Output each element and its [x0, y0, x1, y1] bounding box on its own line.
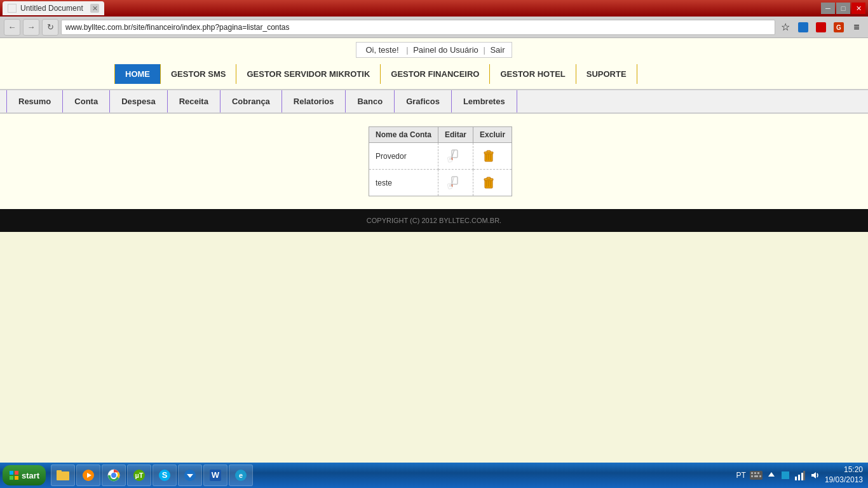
subnav-lembretes[interactable]: Lembretes [452, 90, 517, 112]
back-button[interactable]: ← [4, 19, 20, 36]
clock-date: 19/03/2013 [825, 475, 863, 485]
subnav-despesa[interactable]: Despesa [110, 90, 167, 112]
table-row: teste [369, 170, 512, 196]
forward-button[interactable]: → [23, 19, 39, 36]
taskbar-app-skype[interactable]: S [153, 464, 177, 486]
nav-gestor-sms[interactable]: GESTOR SMS [161, 64, 236, 84]
tab-close-button[interactable]: ✕ [90, 4, 99, 13]
svg-marker-65 [811, 472, 816, 478]
delete-cell-provedor [473, 143, 512, 170]
footer: COPYRIGHT (C) 2012 BYLLTEC.COM.BR. [0, 209, 868, 232]
accounts-table-area: Nome da Conta Editar Excluir Provedor [0, 114, 868, 196]
delete-button-teste[interactable] [480, 173, 498, 191]
edit-cell-provedor [438, 143, 473, 170]
svg-rect-54 [754, 472, 756, 474]
window-controls: ─ □ ✕ [821, 3, 865, 14]
panel-link[interactable]: Painel do Usuário [413, 45, 478, 55]
nav-gestor-financeiro[interactable]: GESTOR FINANCEIRO [381, 64, 490, 84]
account-name-teste: teste [369, 170, 438, 196]
svg-rect-60 [782, 471, 789, 479]
user-bar: Oi, teste! | Painel do Usuário | Sair [0, 38, 868, 59]
edit-button-teste[interactable] [445, 173, 463, 191]
logout-link[interactable]: Sair [490, 45, 505, 55]
tab-title: Untitled Document [20, 4, 83, 13]
taskbar-apps: µT S W e [51, 464, 253, 486]
nav-suporte[interactable]: SUPORTE [576, 64, 637, 84]
subnav-receita[interactable]: Receita [168, 90, 220, 112]
account-name-provedor: Provedor [369, 143, 438, 170]
nav-gestor-hotel[interactable]: GESTOR HOTEL [490, 64, 576, 84]
main-nav: HOME GESTOR SMS GESTOR SERVIDOR MIKROTIK… [0, 59, 868, 84]
subnav-cobranca[interactable]: Cobrança [220, 90, 282, 112]
col-header-delete: Excluir [473, 127, 512, 143]
svg-text:e: e [239, 471, 243, 479]
taskbar-app-explorer[interactable] [51, 464, 75, 486]
subnav-graficos[interactable]: Graficos [395, 90, 452, 112]
taskbar-app-ie[interactable]: e [229, 464, 253, 486]
windows-icon [9, 470, 19, 480]
taskbar-right: PT 15:20 19/03/2013 [736, 465, 868, 485]
close-window-button[interactable]: ✕ [851, 3, 865, 14]
volume-icon [810, 470, 821, 480]
edit-icon-teste [446, 175, 461, 190]
extension-icon-3[interactable]: G [831, 20, 846, 35]
svg-rect-36 [57, 471, 69, 480]
svg-rect-35 [15, 476, 18, 480]
svg-text:µT: µT [135, 471, 144, 479]
subnav-resumo[interactable]: Resumo [6, 90, 63, 112]
svg-rect-62 [798, 475, 800, 480]
clock-time: 15:20 [825, 465, 863, 475]
tab-favicon [8, 4, 17, 13]
table-row: Provedor [369, 143, 512, 170]
delete-icon-teste [481, 175, 496, 190]
start-button[interactable]: start [3, 465, 46, 485]
taskbar-app-utorrent[interactable]: µT [127, 464, 151, 486]
extension-icon-2[interactable] [813, 20, 829, 35]
svg-rect-63 [801, 473, 803, 480]
taskbar-app-chrome[interactable] [102, 464, 126, 486]
nav-home[interactable]: HOME [114, 64, 161, 84]
svg-rect-34 [10, 476, 13, 480]
svg-rect-28 [487, 177, 491, 179]
taskbar-clock[interactable]: 15:20 19/03/2013 [825, 465, 863, 485]
browser-toolbar: ← → ↻ ☆ G ≡ [0, 17, 868, 38]
extension-icon-1[interactable] [796, 20, 811, 35]
browser-tab[interactable]: Untitled Document ✕ [3, 1, 104, 15]
col-header-edit: Editar [438, 127, 473, 143]
bookmark-icon[interactable]: ☆ [778, 20, 793, 35]
subnav-banco[interactable]: Banco [346, 90, 395, 112]
svg-point-41 [111, 473, 116, 478]
edit-button-provedor[interactable] [445, 147, 463, 165]
signal-icon [794, 470, 806, 480]
minimize-button[interactable]: ─ [821, 3, 835, 14]
svg-rect-15 [487, 151, 491, 152]
page-content: Oi, teste! | Painel do Usuário | Sair HO… [0, 38, 868, 232]
taskbar-app-word[interactable]: W [203, 464, 227, 486]
maximize-button[interactable]: □ [836, 3, 850, 14]
taskbar-app-media[interactable] [76, 464, 100, 486]
toolbar-icons: ☆ G ≡ [778, 20, 864, 35]
footer-copyright: COPYRIGHT (C) 2012 BYLLTEC.COM.BR. [367, 217, 501, 224]
subnav-conta[interactable]: Conta [63, 90, 110, 112]
subnav-relatorios[interactable]: Relatorios [282, 90, 346, 112]
flag-icon [780, 470, 790, 480]
svg-rect-55 [757, 472, 759, 474]
svg-rect-58 [759, 475, 761, 477]
svg-rect-61 [795, 477, 797, 480]
browser-titlebar: Untitled Document ✕ ─ □ ✕ [0, 0, 868, 17]
start-label: start [22, 471, 39, 480]
svg-rect-57 [754, 475, 758, 477]
accounts-table: Nome da Conta Editar Excluir Provedor [369, 126, 512, 196]
menu-icon[interactable]: ≡ [849, 20, 864, 35]
taskbar-app-downloader[interactable] [178, 464, 202, 486]
address-bar[interactable] [61, 20, 775, 35]
svg-rect-33 [15, 471, 18, 475]
edit-cell-teste [438, 170, 473, 196]
reload-button[interactable]: ↻ [42, 19, 58, 36]
svg-rect-0 [798, 22, 808, 32]
nav-gestor-mikrotik[interactable]: GESTOR SERVIDOR MIKROTIK [236, 64, 381, 84]
svg-marker-59 [768, 472, 775, 477]
delete-button-provedor[interactable] [480, 147, 498, 165]
edit-icon-provedor [446, 148, 461, 163]
svg-rect-56 [751, 475, 753, 477]
